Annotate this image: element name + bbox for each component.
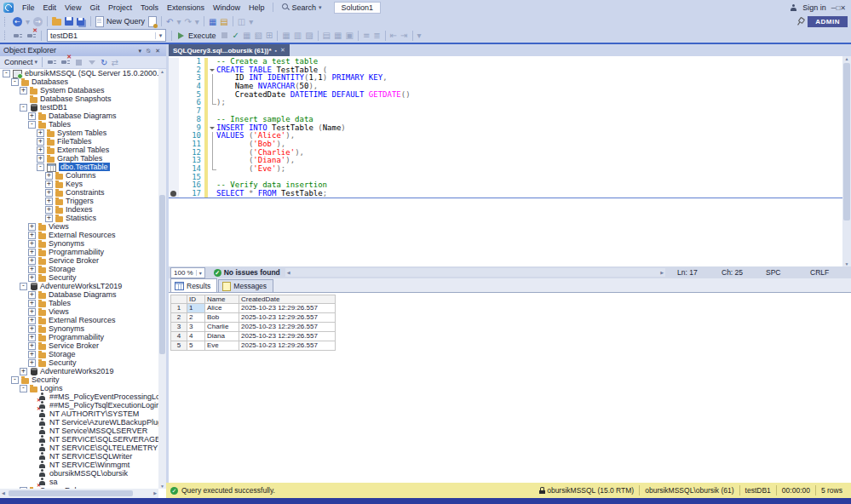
chevron-down-icon[interactable]: ▾ [196,270,204,276]
tree-item-ms-policyeventprocessinglogin[interactable]: ##MS_PolicyEventProcessingLogin## [0,392,158,401]
scroll-up-icon[interactable]: ▲ [842,56,851,61]
grid-cell[interactable]: 3 [187,323,205,332]
toolbar-drag-handle-button[interactable] [0,16,11,27]
tree-item-graph-tables[interactable]: +Graph Tables [0,154,158,163]
tree-item-keys[interactable]: +Keys [0,180,158,188]
tree-item-tables[interactable]: -Tables [0,120,158,129]
object-explorer-horizontal-scrollbar[interactable]: ◀ ▶ [0,489,158,498]
tree-item-sa[interactable]: sa [0,478,158,486]
grid-column-header[interactable]: Name [205,295,239,304]
tree-item-testdb1[interactable]: -testDB1 [0,103,158,112]
tree-item-filetables[interactable]: +FileTables [0,137,158,146]
scroll-right-icon[interactable]: ▶ [660,270,664,275]
expand-icon[interactable]: + [28,359,36,367]
tree-item-adventureworks2019[interactable]: +AdventureWorks2019 [0,367,158,375]
tree-item-dbo-testtable[interactable]: -dbo.TestTable [0,163,158,171]
navigate-forward-button[interactable]: → [32,16,44,27]
expand-icon[interactable]: + [28,266,36,273]
expand-icon[interactable]: + [28,308,36,316]
tree-item-system-databases[interactable]: +System Databases [0,86,158,94]
execute-button[interactable]: Execute [175,31,218,41]
uncomment-selection-button[interactable]: ≣ [371,30,382,41]
tree-item-database-snapshots[interactable]: Database Snapshots [0,94,158,103]
expand-icon[interactable]: + [45,198,53,205]
results-to-grid-button[interactable]: ▦ [332,30,343,41]
grid-cell[interactable]: 2025-10-23 12:29:26.557 [239,323,336,332]
save-button[interactable] [63,16,75,26]
include-actual-plan-button[interactable]: ▦ [280,30,291,41]
tree-item-database-diagrams[interactable]: +Database Diagrams [0,112,158,120]
expand-icon[interactable]: + [45,180,53,188]
expand-icon[interactable]: + [28,257,36,265]
redo-button[interactable]: ↷ [182,16,193,27]
tree-item-ms-policytsqlexecutionlogin[interactable]: ##MS_PolicyTsqlExecutionLogin## [0,401,158,410]
toolbar-overflow-button[interactable]: ▾ [247,16,255,27]
tree-item-logins[interactable]: -Logins [0,384,158,392]
editor-horizontal-scrollbar[interactable]: ◀ ▶ [285,268,665,277]
object-explorer-vertical-scrollbar[interactable]: ▲ ▼ [158,69,166,489]
tree-item-adventureworkslt2019[interactable]: -AdventureWorksLT2019 [0,282,158,290]
expand-icon[interactable]: + [28,240,36,248]
grid-row-header[interactable]: 5 [170,341,187,351]
sync-selection-button[interactable]: ⇄ [109,57,119,68]
close-tab-icon[interactable]: ✕ [280,47,285,54]
menu-git[interactable]: Git [85,2,104,14]
tree-item-obursikmssql-obursik[interactable]: obursikMSSQL\obursik [0,469,158,478]
window-position-button[interactable]: ▾ [135,48,144,54]
refresh-button[interactable]: ↻ [99,57,109,68]
compare-button[interactable]: ◫ [236,16,247,27]
tree-item-tables[interactable]: +Tables [0,299,158,307]
undo-button[interactable]: ↶ [164,16,175,27]
connect-database-button[interactable] [11,30,25,42]
disconnect-object-explorer-button[interactable] [59,56,72,68]
tree-item-programmability[interactable]: +Programmability [0,248,158,256]
grid-cell[interactable]: 2025-10-23 12:29:26.557 [239,341,336,351]
expand-icon[interactable]: + [45,215,53,222]
expand-icon[interactable]: + [45,206,53,214]
code-line-5[interactable]: 5 CreatedDate DATETIME DEFAULT GETDATE() [169,91,842,100]
tree-item-nt-service-sqlserveragent[interactable]: NT SERVICE\SQLSERVERAGENT [0,435,158,444]
document-tab[interactable]: SQLQuery3.sql...obursik (61))* ▪ ✕ [169,44,290,56]
tree-item-indexes[interactable]: +Indexes [0,205,158,214]
feedback-button[interactable]: ▤ [218,16,229,27]
collapse-icon[interactable]: - [11,376,19,384]
comment-selection-button[interactable]: ≡ [361,30,371,41]
grid-cell[interactable]: 5 [187,341,205,351]
save-all-button[interactable] [75,17,88,26]
tab-results[interactable]: Results [170,278,217,292]
menu-window[interactable]: Window [209,2,244,14]
grid-cell[interactable]: 2025-10-23 12:29:26.557 [239,313,336,323]
tree-item-database-diagrams[interactable]: +Database Diagrams [0,290,158,299]
tree-item-synonyms[interactable]: +Synonyms [0,324,158,333]
expand-icon[interactable]: + [28,325,36,333]
show-estimated-plan-button[interactable]: ▦ [241,30,252,41]
tree-item-storage[interactable]: +Storage [0,265,158,273]
tree-item-views[interactable]: +Views [0,222,158,231]
pin-icon[interactable] [795,16,805,27]
close-button[interactable]: ✕ [840,3,846,14]
tree-item-statistics[interactable]: +Statistics [0,214,158,222]
grid-cell[interactable]: 2025-10-23 12:29:26.557 [239,332,336,341]
menu-help[interactable]: Help [244,2,269,14]
code-editor[interactable]: 1-- Create a test table2CREATE TABLE Tes… [169,56,851,266]
tree-item-nt-authority-system[interactable]: NT AUTHORITY\SYSTEM [0,410,158,418]
expand-icon[interactable]: + [37,155,44,163]
grid-cell[interactable]: Diana [205,332,239,341]
undo-dropdown-button[interactable]: ▾ [175,16,182,27]
menu-edit[interactable]: Edit [39,2,61,14]
collapse-icon[interactable]: - [11,78,19,86]
include-client-stats-button[interactable]: ▨ [303,30,314,41]
grid-column-header[interactable]: ID [187,295,205,304]
collapse-icon[interactable]: - [20,104,27,112]
grid-row-header[interactable]: 2 [170,313,187,323]
grid-cell[interactable]: Eve [205,341,239,351]
collapse-icon[interactable]: - [20,283,27,290]
sign-in-button[interactable]: Sign in [802,3,826,12]
query-toolbar-overflow-button[interactable]: ▾ [416,30,423,41]
grid-row-header[interactable]: 4 [170,332,187,341]
grid-row-header[interactable]: 1 [170,304,187,313]
scroll-right-icon[interactable]: ▶ [153,490,157,495]
database-combobox[interactable]: testDB1 ▾ [47,29,166,42]
expand-icon[interactable]: + [28,274,36,282]
expand-icon[interactable]: + [28,334,36,341]
